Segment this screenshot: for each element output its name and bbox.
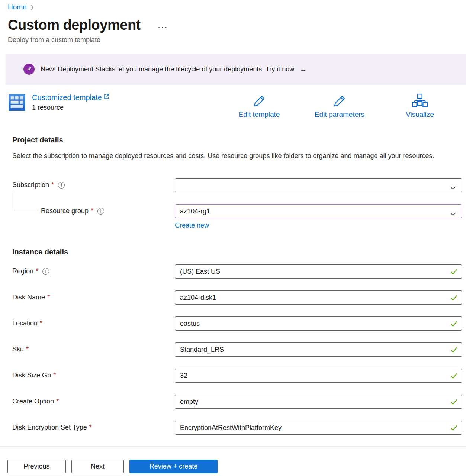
field-row: Create Option* i empty <box>12 395 462 409</box>
field-input[interactable]: EncryptionAtRestWithPlatformKey <box>175 421 462 435</box>
breadcrumb: Home <box>8 3 462 11</box>
field-row: Disk Size Gb* i 32 <box>12 369 462 383</box>
field-input[interactable]: eastus <box>175 316 462 331</box>
rocket-icon <box>23 64 35 75</box>
resource-count: 1 resource <box>32 104 109 112</box>
edit-parameters-label: Edit parameters <box>315 110 364 119</box>
field-label: Location <box>12 319 38 327</box>
review-create-button[interactable]: Review + create <box>129 460 218 473</box>
footer-bar: Previous Next Review + create <box>0 446 466 476</box>
next-button[interactable]: Next <box>71 460 124 473</box>
info-icon[interactable]: i <box>97 208 104 215</box>
field-label: Disk Name <box>12 293 45 301</box>
edit-template-button[interactable]: Edit template <box>219 93 299 119</box>
field-label: Sku <box>12 345 24 353</box>
field-value: (US) East US <box>180 268 220 276</box>
field-input[interactable]: (US) East US <box>175 264 462 279</box>
external-link-icon <box>104 94 109 99</box>
field-label: Create Option <box>12 398 54 405</box>
previous-button[interactable]: Previous <box>7 460 66 473</box>
more-options-icon[interactable]: ··· <box>158 25 168 29</box>
field-value: EncryptionAtRestWithPlatformKey <box>180 424 282 432</box>
field-label: Disk Encryption Set Type <box>12 424 87 431</box>
field-value: eastus <box>180 320 200 328</box>
page-title: Custom deployment <box>8 17 141 33</box>
customized-template-label: Customized template <box>32 93 102 102</box>
required-asterisk: * <box>91 207 93 215</box>
field-row: Disk Encryption Set Type* i EncryptionAt… <box>12 421 462 435</box>
subscription-dropdown[interactable] <box>175 178 462 192</box>
field-row: Disk Name* i az104-disk1 <box>12 290 462 305</box>
required-asterisk: * <box>40 319 42 327</box>
field-row: Sku* i Standard_LRS <box>12 342 462 357</box>
subscription-label: Subscription <box>12 181 49 189</box>
custom-deployment-page: Home Custom deployment ··· Deploy from a… <box>0 0 466 446</box>
check-icon <box>450 295 457 303</box>
chevron-down-icon <box>450 184 456 192</box>
breadcrumb-chevron-icon <box>30 5 34 10</box>
template-icon <box>8 93 26 113</box>
create-new-link[interactable]: Create new <box>175 222 209 229</box>
check-icon <box>450 321 457 329</box>
page-subtitle: Deploy from a custom template <box>8 36 462 44</box>
subscription-row: Subscription* i <box>12 178 462 192</box>
chevron-down-icon <box>450 210 456 218</box>
field-input[interactable]: az104-disk1 <box>175 290 462 305</box>
customized-template-link[interactable]: Customized template <box>32 93 109 102</box>
check-icon <box>450 269 457 277</box>
field-row: Region* i (US) East US <box>12 264 462 279</box>
field-value: az104-disk1 <box>180 294 216 302</box>
pencil-icon <box>251 93 267 109</box>
field-value: empty <box>180 398 198 406</box>
check-icon <box>450 399 457 407</box>
deployment-stacks-banner[interactable]: New! Deployment Stacks let you manage th… <box>6 54 466 85</box>
visualize-button[interactable]: Visualize <box>380 93 460 119</box>
field-value: Standard_LRS <box>180 346 224 354</box>
info-icon[interactable]: i <box>58 182 65 189</box>
field-input[interactable]: empty <box>175 395 462 409</box>
instance-details-heading: Instance details <box>12 248 462 256</box>
visualize-label: Visualize <box>406 110 434 119</box>
breadcrumb-home-link[interactable]: Home <box>8 3 27 11</box>
resource-group-dropdown[interactable]: az104-rg1 <box>175 204 462 218</box>
pencil-icon <box>332 93 347 109</box>
required-asterisk: * <box>36 267 38 275</box>
required-asterisk: * <box>51 181 54 189</box>
required-asterisk: * <box>53 372 56 379</box>
edit-template-label: Edit template <box>239 110 280 119</box>
required-asterisk: * <box>47 293 50 301</box>
subscription-group-connector <box>14 192 38 211</box>
field-row: Location* i eastus <box>12 316 462 331</box>
instance-fields: Region* i (US) East US Disk Name* i az10… <box>12 264 462 435</box>
resource-group-value: az104-rg1 <box>180 208 210 215</box>
edit-parameters-button[interactable]: Edit parameters <box>299 93 380 119</box>
resource-group-label: Resource group <box>41 207 89 215</box>
check-icon <box>450 373 457 381</box>
project-details-heading: Project details <box>12 136 462 144</box>
required-asterisk: * <box>56 398 59 405</box>
project-details-description: Select the subscription to manage deploy… <box>12 150 442 162</box>
visualize-icon <box>412 93 428 109</box>
resource-group-row: Resource group* i az104-rg1 Create new <box>12 204 462 229</box>
arrow-right-icon: → <box>299 65 307 74</box>
field-label: Region <box>12 267 33 275</box>
check-icon <box>450 425 457 433</box>
required-asterisk: * <box>89 424 92 431</box>
field-input[interactable]: 32 <box>175 369 462 383</box>
required-asterisk: * <box>26 345 29 353</box>
check-icon <box>450 347 457 355</box>
info-icon[interactable]: i <box>42 268 49 275</box>
banner-message: New! Deployment Stacks let you manage th… <box>41 65 294 73</box>
field-label: Disk Size Gb <box>12 372 51 379</box>
field-value: 32 <box>180 372 187 380</box>
field-input[interactable]: Standard_LRS <box>175 342 462 357</box>
